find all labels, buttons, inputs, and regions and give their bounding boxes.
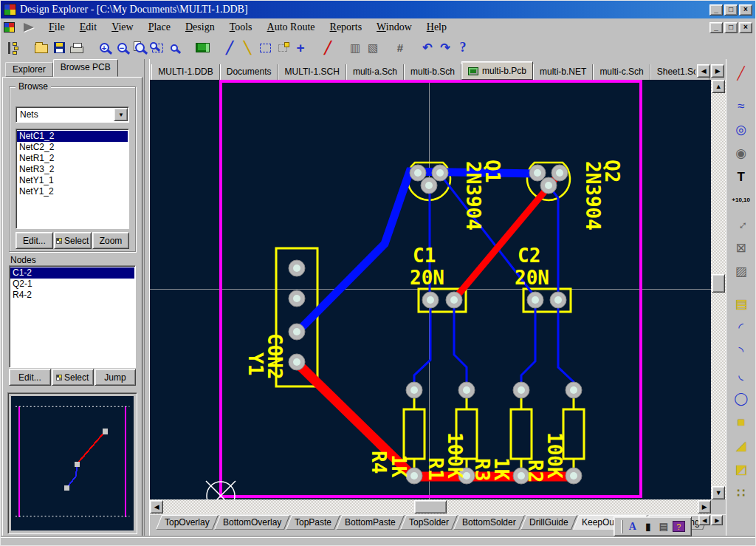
tab-explorer[interactable]: Explorer bbox=[5, 62, 53, 77]
explorer-panel-toggle-icon[interactable] bbox=[5, 39, 23, 57]
toolbar-grip[interactable] bbox=[621, 520, 623, 533]
edit-arc-angle-icon[interactable]: ◟ bbox=[731, 365, 752, 384]
menu-auto-route[interactable]: Auto Route bbox=[260, 20, 323, 35]
mdi-minimize-button[interactable]: _ bbox=[709, 22, 723, 33]
menu-help[interactable]: Help bbox=[419, 20, 454, 35]
place-track-icon[interactable]: ≈ bbox=[731, 96, 752, 115]
menu-view[interactable]: View bbox=[104, 20, 141, 35]
panel-splitter[interactable] bbox=[144, 59, 150, 538]
layer-tab-drillguide[interactable]: DrillGuide bbox=[520, 515, 577, 530]
list-item-net[interactable]: NetY1_2 bbox=[17, 186, 128, 197]
place-pad-array-icon[interactable]: ∷ bbox=[731, 483, 752, 502]
scroll-left-icon[interactable]: ◀ bbox=[150, 500, 163, 513]
list-item-node[interactable]: R4-2 bbox=[10, 290, 134, 301]
redo-icon[interactable]: ↷ bbox=[436, 39, 454, 57]
list-item-net[interactable]: NetY1_1 bbox=[17, 175, 128, 186]
net-preview-panel[interactable] bbox=[7, 392, 137, 534]
place-coordinate-icon[interactable]: +10,10 bbox=[731, 191, 752, 210]
place-component-icon[interactable]: ▤ bbox=[731, 294, 752, 313]
menu-tools[interactable]: Tools bbox=[222, 20, 260, 35]
close-button[interactable]: × bbox=[739, 4, 752, 16]
scroll-right-icon[interactable]: ▶ bbox=[698, 500, 711, 513]
move-component-icon[interactable]: + bbox=[292, 39, 309, 57]
place-via-icon[interactable]: ◎ bbox=[731, 120, 752, 139]
layer-tab-bottomoverlay[interactable]: BottomOverlay bbox=[214, 515, 290, 530]
chevron-down-icon[interactable]: ▼ bbox=[114, 108, 128, 121]
menu-place[interactable]: Place bbox=[141, 20, 178, 35]
layer-tab-topoverlay[interactable]: TopOverlay bbox=[156, 515, 219, 530]
layer-tab-topsolder[interactable]: TopSolder bbox=[400, 515, 458, 530]
place-circle-icon[interactable]: ◯ bbox=[731, 389, 752, 408]
place-string-icon[interactable]: T bbox=[731, 167, 752, 186]
edit-arc-edge-icon[interactable]: ◜ bbox=[731, 318, 752, 337]
nodes-list[interactable]: C1-2 Q2-1 R4-2 bbox=[9, 265, 136, 368]
doc-tab[interactable]: multi-c.Sch bbox=[593, 64, 650, 80]
nets-list[interactable]: NetC1_2 NetC2_2 NetR1_2 NetR3_2 NetY1_1 … bbox=[16, 129, 129, 229]
list-item-net[interactable]: NetC2_2 bbox=[17, 142, 128, 153]
annotate-text-icon[interactable]: A bbox=[626, 520, 639, 533]
menu-edit[interactable]: Edit bbox=[72, 20, 104, 35]
doc-tab[interactable]: multi-b.Sch bbox=[404, 64, 461, 80]
zoom-in-icon[interactable]: + bbox=[95, 39, 113, 57]
minimize-button[interactable]: _ bbox=[709, 4, 723, 16]
net-zoom-button[interactable]: Zoom bbox=[92, 232, 130, 249]
vertical-scroll-thumb[interactable] bbox=[712, 274, 725, 293]
list-item-net[interactable]: NetR1_2 bbox=[17, 153, 128, 164]
mdi-restore-button[interactable]: □ bbox=[724, 22, 738, 33]
layer-tab-bottompaste[interactable]: BottomPaste bbox=[336, 515, 405, 530]
menu-design[interactable]: Design bbox=[178, 20, 222, 35]
zoom-out-icon[interactable]: − bbox=[113, 39, 131, 57]
list-item-node[interactable]: Q2-1 bbox=[10, 279, 134, 290]
place-fill-hatched-icon[interactable]: ▨ bbox=[731, 262, 752, 281]
pad-layer[interactable] bbox=[289, 165, 582, 484]
zoom-area-icon[interactable] bbox=[148, 39, 166, 57]
cross-probe-icon[interactable] bbox=[193, 39, 211, 57]
canvas-horizontal-scrollbar[interactable]: ◀ ▶ bbox=[150, 499, 711, 514]
doc-tab[interactable]: MULTI-1.SCH bbox=[278, 64, 346, 80]
layer-tab-bottomsolder[interactable]: BottomSolder bbox=[453, 515, 525, 530]
menu-window[interactable]: Window bbox=[369, 20, 419, 35]
doc-tab[interactable]: Documents bbox=[220, 64, 278, 80]
net-edit-button[interactable]: Edit... bbox=[16, 232, 53, 249]
interactive-routing-icon[interactable]: ╱ bbox=[731, 64, 752, 83]
tab-browse-pcb[interactable]: Browse PCB bbox=[53, 59, 118, 77]
node-jump-button[interactable]: Jump bbox=[94, 369, 137, 386]
select-area-icon[interactable] bbox=[256, 39, 274, 57]
keyboard-icon[interactable]: ▤ bbox=[657, 520, 670, 533]
doc-tab-active[interactable]: multi-b.Pcb bbox=[461, 61, 533, 80]
help-book-icon[interactable]: ? bbox=[673, 521, 685, 532]
node-select-button[interactable]: Select bbox=[52, 369, 94, 386]
list-item-net[interactable]: NetR3_2 bbox=[17, 164, 128, 175]
menu-file[interactable]: File bbox=[41, 20, 72, 35]
pencil-tool-icon[interactable]: ╲ bbox=[238, 39, 256, 57]
polygon-shield-alt-icon[interactable]: ▧ bbox=[364, 39, 382, 57]
list-item-net[interactable]: NetC1_2 bbox=[17, 131, 128, 142]
place-pad-icon[interactable]: ◉ bbox=[731, 143, 752, 163]
zoom-selection-icon[interactable]: : bbox=[166, 39, 184, 57]
document-logo-icon[interactable] bbox=[4, 22, 15, 33]
layer-tab-toppaste[interactable]: TopPaste bbox=[286, 515, 340, 530]
grid-toggle-icon[interactable]: # bbox=[391, 39, 409, 57]
edit-arc-center-icon[interactable]: ◝ bbox=[731, 341, 752, 361]
node-edit-button[interactable]: Edit... bbox=[9, 369, 51, 386]
list-item-node[interactable]: C1-2 bbox=[10, 267, 134, 279]
restore-button[interactable]: □ bbox=[724, 4, 738, 16]
pcb-canvas[interactable]: 2N3904 Q1 2N3904 Q2 C1 20N C2 20N CON2 Y… bbox=[150, 80, 711, 499]
layer-scroll-left-icon[interactable]: ◀ bbox=[698, 515, 710, 525]
solid-rect-icon[interactable]: ▮ bbox=[642, 520, 655, 533]
doc-tab[interactable]: multi-b.NET bbox=[533, 64, 593, 80]
layer-scroll-right-icon[interactable]: ▶ bbox=[711, 515, 723, 525]
top-layer-tracks[interactable] bbox=[297, 174, 574, 477]
wiring-tool-icon[interactable]: ╱ bbox=[221, 39, 238, 57]
print-icon[interactable] bbox=[68, 39, 86, 57]
mdi-close-button[interactable]: × bbox=[739, 22, 752, 33]
place-polygon-icon[interactable]: ◢ bbox=[731, 436, 752, 455]
tab-scroll-left-icon[interactable]: ◀ bbox=[697, 64, 710, 78]
place-dimension-icon[interactable]: ↔ bbox=[727, 210, 755, 238]
undo-icon[interactable]: ↶ bbox=[419, 39, 436, 57]
place-split-plane-icon[interactable]: ◩ bbox=[731, 460, 752, 479]
browse-mode-select[interactable]: Nets ▼ bbox=[16, 106, 129, 123]
place-fill-icon[interactable]: ■ bbox=[731, 412, 752, 431]
help-icon[interactable]: ? bbox=[454, 39, 472, 57]
tab-scroll-right-icon[interactable]: ▶ bbox=[711, 64, 724, 78]
